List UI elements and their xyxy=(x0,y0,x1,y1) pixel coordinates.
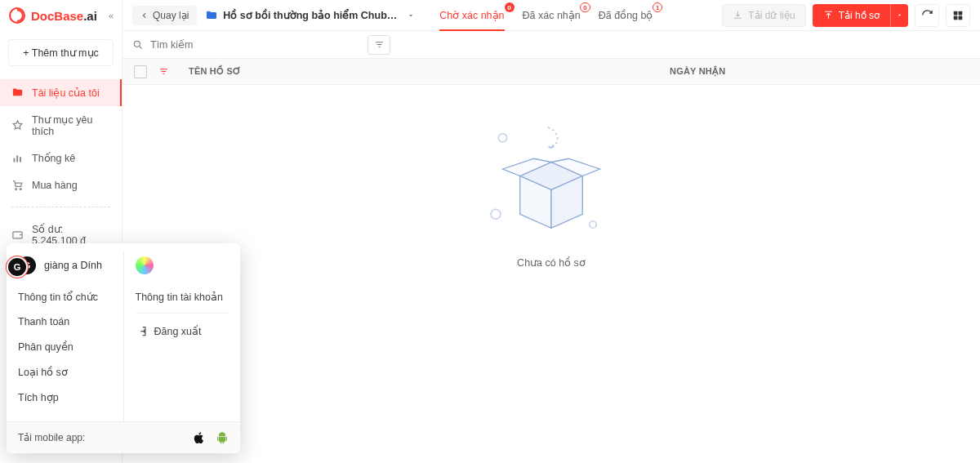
tab-label: Chờ xác nhận xyxy=(439,10,504,21)
svg-point-14 xyxy=(590,221,597,229)
download-label: Tải dữ liệu xyxy=(748,10,795,21)
back-label: Quay lại xyxy=(153,10,189,21)
upload-button[interactable]: Tải hồ sơ xyxy=(813,4,890,27)
download-data-button[interactable]: Tải dữ liệu xyxy=(722,4,805,27)
popover-account-column: Thông tin tài khoản Đăng xuất xyxy=(123,252,241,421)
caret-down-icon xyxy=(407,11,415,20)
svg-point-4 xyxy=(16,189,17,190)
apple-icon[interactable] xyxy=(193,430,206,445)
table-header: TÊN HỒ SƠ NGÀY NHẬN xyxy=(122,59,980,85)
org-header[interactable]: G giàng a Dính xyxy=(18,256,112,274)
sidebar-item-label: Mua hàng xyxy=(32,180,78,191)
main-empty-state: Chưa có hồ sơ xyxy=(122,85,980,463)
sort-icon[interactable] xyxy=(158,66,169,77)
svg-rect-3 xyxy=(20,157,21,162)
popover-org-column: G giàng a Dính Thông tin tổ chức Thanh t… xyxy=(7,252,123,421)
sidebar-item-label: Thư mục yêu thích xyxy=(32,114,110,137)
svg-point-12 xyxy=(498,134,506,142)
tab-badge: 0 xyxy=(580,2,590,12)
integrations-link[interactable]: Tích hợp xyxy=(18,385,112,410)
account-info-link[interactable]: Thông tin tài khoản xyxy=(136,284,229,309)
logo-text: DocBase.ai xyxy=(31,9,97,23)
search-icon xyxy=(132,39,144,51)
topbar-actions: Tải dữ liệu Tải hồ sơ xyxy=(722,4,970,27)
profile-avatar-button[interactable]: G xyxy=(8,258,26,276)
mobile-app-label: Tải mobile app: xyxy=(18,432,85,443)
empty-text: Chưa có hồ sơ xyxy=(517,256,586,269)
tab-badge: 0 xyxy=(505,2,514,12)
refresh-icon xyxy=(921,9,933,21)
grid-icon xyxy=(952,10,964,21)
star-icon xyxy=(11,119,24,131)
svg-rect-9 xyxy=(954,16,958,20)
tab-label: Đã xác nhận xyxy=(523,10,581,21)
sidebar-item-shop[interactable]: Mua hàng xyxy=(0,171,122,198)
svg-rect-10 xyxy=(959,16,963,20)
folder-name: Hồ sơ bồi thường bảo hiểm Chub… xyxy=(223,9,397,21)
permissions-link[interactable]: Phân quyền xyxy=(18,334,112,359)
upload-dropdown-button[interactable] xyxy=(890,4,908,27)
android-icon[interactable] xyxy=(216,430,229,445)
sidebar-item-stats[interactable]: Thống kê xyxy=(0,145,122,171)
logout-label: Đăng xuất xyxy=(154,325,202,337)
logo-icon xyxy=(8,7,26,24)
select-all-checkbox[interactable] xyxy=(134,65,147,78)
sidebar-divider xyxy=(11,207,110,207)
collapse-sidebar-button[interactable]: « xyxy=(109,11,114,20)
search-input[interactable] xyxy=(150,39,361,51)
refresh-button[interactable] xyxy=(915,4,939,27)
stats-icon xyxy=(11,152,24,164)
cart-icon xyxy=(11,179,24,191)
svg-rect-8 xyxy=(959,11,963,15)
column-date[interactable]: NGÀY NHẬN xyxy=(670,66,725,77)
account-popover: G giàng a Dính Thông tin tổ chức Thanh t… xyxy=(7,243,240,453)
svg-point-11 xyxy=(134,41,140,47)
filter-lines-icon xyxy=(374,39,385,50)
file-types-link[interactable]: Loại hồ sơ xyxy=(18,359,112,385)
column-name[interactable]: TÊN HỒ SƠ xyxy=(189,66,241,77)
svg-rect-2 xyxy=(16,155,18,162)
sidebar-item-label: Tài liệu của tôi xyxy=(32,87,100,99)
tab-confirmed[interactable]: Đã xác nhận 0 xyxy=(523,0,581,30)
svg-point-5 xyxy=(20,189,21,190)
apps-grid-button[interactable] xyxy=(946,4,970,27)
avatar xyxy=(136,256,154,274)
folder-icon xyxy=(205,9,218,22)
tab-synced[interactable]: Đã đồng bộ 1 xyxy=(599,0,653,30)
svg-rect-1 xyxy=(14,158,16,162)
upload-label: Tải hồ sơ xyxy=(839,10,880,21)
back-button[interactable]: Quay lại xyxy=(132,6,197,25)
sidebar-item-my-documents[interactable]: Tài liệu của tôi xyxy=(0,79,122,106)
search-wrap xyxy=(132,39,361,51)
topbar: Quay lại Hồ sơ bồi thường bảo hiểm Chub…… xyxy=(122,0,980,31)
empty-box-illustration xyxy=(482,118,621,248)
download-icon xyxy=(733,10,743,20)
popover-footer: Tải mobile app: xyxy=(7,421,240,453)
search-bar xyxy=(122,31,980,59)
filter-button[interactable] xyxy=(368,35,390,55)
folder-breadcrumb[interactable]: Hồ sơ bồi thường bảo hiểm Chub… xyxy=(205,9,415,22)
org-name: giàng a Dính xyxy=(44,260,102,271)
svg-rect-7 xyxy=(954,11,958,15)
upload-split-button: Tải hồ sơ xyxy=(813,4,908,27)
billing-link[interactable]: Thanh toán xyxy=(18,309,112,334)
caret-down-icon xyxy=(896,11,903,19)
sidebar-item-label: Thống kê xyxy=(32,152,75,164)
upload-icon xyxy=(823,10,834,20)
account-header[interactable] xyxy=(136,256,229,274)
logout-link[interactable]: Đăng xuất xyxy=(136,313,229,344)
chevron-left-icon xyxy=(140,11,149,20)
org-info-link[interactable]: Thông tin tổ chức xyxy=(18,284,112,309)
tabs: Chờ xác nhận 0 Đã xác nhận 0 Đã đồng bộ … xyxy=(439,0,653,30)
logo-row: DocBase.ai « xyxy=(0,0,122,31)
folder-icon xyxy=(11,87,24,99)
svg-point-13 xyxy=(491,209,501,219)
logout-icon xyxy=(136,325,148,337)
wallet-icon xyxy=(11,229,24,241)
tab-pending[interactable]: Chờ xác nhận 0 xyxy=(439,0,504,30)
tab-badge: 1 xyxy=(653,2,662,12)
tab-label: Đã đồng bộ xyxy=(599,10,653,21)
add-folder-button[interactable]: + Thêm thư mục xyxy=(8,39,114,66)
sidebar-item-favorites[interactable]: Thư mục yêu thích xyxy=(0,106,122,145)
